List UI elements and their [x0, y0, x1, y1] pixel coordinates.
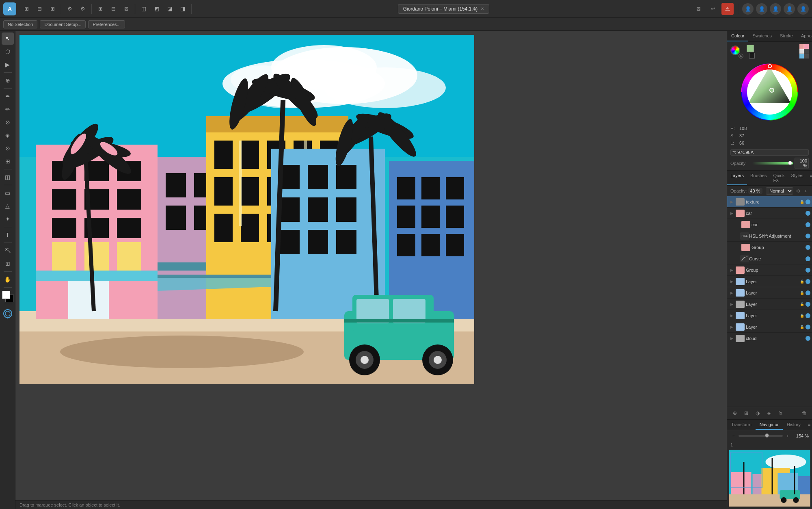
- layer-expand-btn[interactable]: ▶: [729, 336, 734, 341]
- brush-tool[interactable]: ⊘: [2, 116, 14, 128]
- zoom-minus-btn[interactable]: −: [730, 433, 737, 439]
- layer-expand-btn[interactable]: ▶: [729, 279, 734, 284]
- layer-item[interactable]: ▶cloud: [727, 333, 812, 344]
- layer-adj-icon[interactable]: ◈: [764, 409, 773, 418]
- lock-icon[interactable]: 🔒: [799, 279, 805, 284]
- rect-tool[interactable]: ▭: [2, 187, 14, 199]
- swatch-grey[interactable]: [804, 54, 809, 58]
- lock-icon[interactable]: 🔒: [799, 324, 805, 330]
- nav-thumbnail[interactable]: [729, 450, 810, 507]
- lock-icon[interactable]: 🔒: [799, 199, 805, 205]
- nav-icon[interactable]: ⊠: [692, 3, 704, 15]
- lock-icon[interactable]: 🔒: [799, 290, 805, 296]
- doc-title-box[interactable]: Giordano Poloni – Miami (154.1%) ✕: [398, 4, 489, 14]
- node-tool[interactable]: ⬡: [2, 45, 14, 58]
- lock-icon[interactable]: 🔒: [799, 313, 805, 318]
- fill-tool[interactable]: ◈: [2, 129, 14, 141]
- align-icon[interactable]: ⊠: [120, 3, 132, 15]
- gradient-tool[interactable]: ◫: [2, 171, 14, 183]
- layer-expand-btn[interactable]: ▶: [729, 267, 734, 273]
- layer-expand-btn[interactable]: ▶: [729, 290, 734, 296]
- visibility-dot[interactable]: [806, 199, 810, 204]
- tab-stroke[interactable]: Stroke: [776, 31, 797, 41]
- layer-item[interactable]: ▶Layer🔒: [727, 310, 812, 321]
- visibility-dot[interactable]: [806, 325, 810, 329]
- lock-icon[interactable]: 🔒: [799, 301, 805, 307]
- bool-icon[interactable]: ◩: [151, 3, 163, 15]
- tab-layers[interactable]: Layers: [727, 171, 747, 185]
- tab-styles[interactable]: Styles: [788, 171, 807, 185]
- layers-opacity-input[interactable]: 40 %: [748, 188, 762, 194]
- visibility-dot[interactable]: [806, 256, 810, 261]
- foreground-color[interactable]: [2, 291, 10, 299]
- layer-item[interactable]: ▶Layer🔒: [727, 287, 812, 299]
- color-wheel-area[interactable]: [727, 61, 812, 123]
- tab-quickfx[interactable]: Quick FX: [770, 171, 788, 185]
- hex-value[interactable]: #: 97C98A: [730, 149, 809, 156]
- swatch-dark[interactable]: [804, 49, 809, 54]
- preferences-btn[interactable]: Preferences...: [88, 20, 125, 28]
- layer-delete-icon[interactable]: 🗑: [800, 409, 809, 418]
- grid-icon[interactable]: ⊞: [20, 3, 32, 15]
- knife-tool[interactable]: ⛏: [2, 245, 14, 257]
- visibility-dot[interactable]: [806, 336, 810, 341]
- zoom-circle-tool[interactable]: [2, 308, 14, 320]
- eyedropper-tool[interactable]: ⊙: [2, 142, 14, 154]
- snap-icon[interactable]: ⊟: [107, 3, 119, 15]
- select-tool[interactable]: ↖: [2, 32, 14, 45]
- opacity-value[interactable]: 100 %: [795, 158, 809, 169]
- grid2-icon[interactable]: ⊞: [94, 3, 106, 15]
- zoom-slider[interactable]: [739, 435, 783, 437]
- layer-item[interactable]: ▶Layer🔒: [727, 321, 812, 333]
- layer-group-icon[interactable]: ⊞: [742, 409, 751, 418]
- visibility-dot[interactable]: [806, 245, 810, 250]
- tab-colour[interactable]: Colour: [727, 31, 748, 41]
- bg-color-box[interactable]: [749, 53, 755, 58]
- visibility-dot[interactable]: [806, 268, 810, 273]
- shape-tool[interactable]: ✦: [2, 213, 14, 225]
- layers-settings-btn[interactable]: ⚙: [795, 187, 801, 195]
- group-icon[interactable]: ◫: [138, 3, 150, 15]
- visibility-dot[interactable]: [806, 279, 810, 284]
- bool2-icon[interactable]: ◪: [164, 3, 176, 15]
- settings-icon[interactable]: ⚙: [64, 3, 76, 15]
- tab-history[interactable]: History: [783, 420, 805, 430]
- crop-tool[interactable]: ⊕: [2, 74, 14, 87]
- color-indicator[interactable]: [2, 291, 13, 302]
- layer-item[interactable]: Curve: [727, 253, 812, 264]
- swatch-pink[interactable]: [799, 44, 804, 49]
- user-icon1[interactable]: 👤: [742, 3, 754, 15]
- triangle-tool[interactable]: △: [2, 200, 14, 212]
- layer-mask-icon[interactable]: ◑: [753, 409, 762, 418]
- layer-expand-btn[interactable]: [734, 256, 740, 262]
- pencil-tool[interactable]: ✏: [2, 103, 14, 115]
- blend-mode-select[interactable]: Normal Multiply Screen Overlay: [766, 187, 793, 195]
- view-icon[interactable]: ⊟: [33, 3, 45, 15]
- layer-item[interactable]: ▶Layer🔒: [727, 299, 812, 310]
- tab-navigator[interactable]: Navigator: [756, 420, 783, 430]
- user-icon2[interactable]: 👤: [756, 3, 767, 15]
- visibility-dot[interactable]: [806, 290, 810, 295]
- layer-item[interactable]: ▶texture🔒: [727, 196, 812, 208]
- user-icon3[interactable]: 👤: [770, 3, 781, 15]
- document-setup-btn[interactable]: Document Setup...: [40, 20, 86, 28]
- layer-fx-icon[interactable]: fx: [776, 409, 785, 418]
- color-wheel-container[interactable]: [740, 63, 799, 121]
- color-circle[interactable]: [730, 45, 740, 55]
- tab-swatches[interactable]: Swatches: [748, 31, 776, 41]
- opacity-slider[interactable]: [752, 162, 793, 165]
- transform-tool[interactable]: ▶: [2, 58, 14, 71]
- layers-add-btn[interactable]: +: [803, 187, 809, 195]
- fg-color-box[interactable]: [747, 45, 754, 52]
- tab-brushes[interactable]: Brushes: [747, 171, 770, 185]
- user-icon4[interactable]: 👤: [784, 3, 795, 15]
- measure-tool[interactable]: ⊞: [2, 155, 14, 167]
- hand-tool[interactable]: ✋: [2, 273, 14, 286]
- pen-tool[interactable]: ✒: [2, 90, 14, 102]
- user-profile-icon[interactable]: 👤: [797, 3, 809, 15]
- bottom-panel-menu[interactable]: ≡: [805, 420, 812, 430]
- layer-item[interactable]: Group: [727, 242, 812, 253]
- layer-item[interactable]: car: [727, 219, 812, 230]
- mesh-tool[interactable]: ⊞: [2, 258, 14, 270]
- hue-ring[interactable]: [740, 63, 799, 121]
